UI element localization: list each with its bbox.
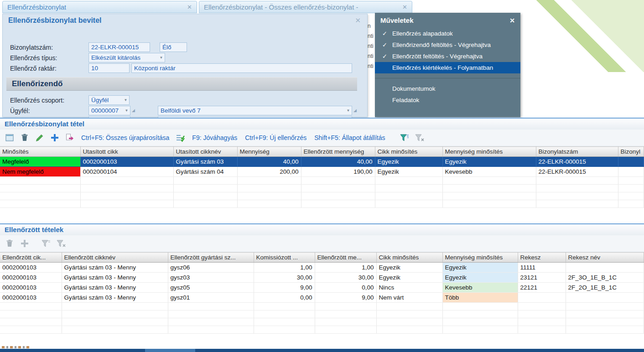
new-check-button[interactable]: Ctrl+F9: Új ellenőrzés (243, 134, 309, 141)
cell[interactable]: 2F_3O_1E_B_1C (566, 273, 644, 283)
ops-item-dokumentumok[interactable]: Dokumentumok (375, 83, 520, 94)
table-row[interactable]: 0002000103 Gyártási szám 03 - Menny gysz… (0, 263, 644, 273)
approve-list-button[interactable] (175, 132, 187, 144)
cell[interactable]: Egyezik (442, 273, 518, 283)
cell[interactable]: 40,00 (301, 157, 375, 167)
close-icon[interactable]: ✕ (509, 17, 515, 24)
cell[interactable]: 22-ELKR-000015 (536, 157, 618, 167)
cell[interactable]: Kevesebb (442, 167, 536, 177)
filter-button[interactable] (399, 132, 410, 144)
table-row[interactable]: 0002000103 Gyártási szám 03 - Menny gysz… (0, 283, 644, 293)
cell[interactable]: Nincs (376, 283, 442, 293)
cell[interactable]: gysz01 (168, 293, 254, 303)
state-change-button[interactable]: Shift+F5: Állapot átállítás (312, 134, 387, 141)
cell[interactable]: 9,00 (254, 283, 315, 293)
close-icon[interactable]: ✕ (355, 16, 361, 25)
raktar-name-field[interactable]: Központi raktár (131, 63, 352, 73)
ellenorzes-tipus-select[interactable]: Elkészült kitárolás ▼ (88, 53, 165, 62)
cell[interactable]: gysz06 (168, 263, 254, 273)
cell[interactable]: 1,00 (315, 263, 376, 273)
table-row[interactable]: 0002000103 Gyártási szám 03 - Menny gysz… (0, 273, 644, 283)
cell[interactable]: 190,00 (301, 167, 375, 177)
ugyfel-name-select[interactable]: Belföldi vevő 7 ▼ (158, 106, 352, 115)
repair-all-button[interactable]: Ctrl+F5: Összes újrapárosítása (79, 134, 171, 141)
close-icon[interactable]: ✕ (183, 4, 192, 10)
cell[interactable]: 0002000103 (0, 273, 62, 283)
cell[interactable]: Egyezik (442, 263, 518, 273)
cell[interactable]: 22-ELKR-000015 (536, 167, 618, 177)
add-button[interactable] (19, 238, 31, 249)
cell[interactable]: Gyártási szám 03 - Menny (62, 263, 168, 273)
cell[interactable]: Gyártási szám 03 - Menny (62, 273, 168, 283)
col-komissiozott[interactable]: Komissiózott ... (254, 253, 315, 263)
cell[interactable]: Nem megfelelő (0, 167, 80, 177)
col-mennyiseg-minosites[interactable]: Mennyiség minősítés (442, 253, 518, 263)
delete-button[interactable] (19, 132, 31, 144)
table-row[interactable]: 0002000103 Gyártási szám 03 - Menny gysz… (0, 293, 644, 303)
clear-filter-button[interactable] (55, 238, 67, 249)
cell[interactable]: 0,00 (315, 283, 376, 293)
cell[interactable]: Nem várt (376, 293, 442, 303)
ops-item-ellenorzes-kiertekeles[interactable]: Ellenőrzés kiértékelés - Folyamatban (375, 62, 520, 73)
cell[interactable]: Kevesebb (442, 283, 518, 293)
cell[interactable]: 0002000103 (0, 283, 62, 293)
cell[interactable] (566, 263, 644, 273)
cell[interactable]: 9,00 (315, 293, 376, 303)
col-bizonylat-extra[interactable]: Bizonyl (618, 147, 644, 157)
cell[interactable]: 0002000104 (80, 167, 173, 177)
filter-button[interactable] (40, 238, 52, 249)
col-ellenorzott-cikknev[interactable]: Ellenőrzött cikknév (62, 253, 168, 263)
cell[interactable]: 30,00 (315, 273, 376, 283)
cell[interactable]: Gyártási szám 04 (173, 167, 237, 177)
cell[interactable]: Gyártási szám 03 - Menny (62, 293, 168, 303)
add-button[interactable] (49, 132, 61, 144)
cell[interactable] (518, 293, 566, 303)
col-mennyiseg-minosites[interactable]: Mennyiség minősítés (442, 147, 536, 157)
bizonylatszam-field[interactable]: 22-ELKR-000015 (88, 42, 150, 52)
raktar-code-field[interactable]: 10 (88, 63, 130, 73)
scrollbar-thumb[interactable] (145, 349, 195, 352)
cell[interactable]: Egyezik (376, 273, 442, 283)
combo-grip[interactable]: ◢ (353, 108, 357, 113)
ugyfel-code-select[interactable]: 00000007 ▼ (88, 106, 130, 115)
clear-filter-button[interactable] (414, 132, 426, 144)
col-utasitott-cikknev[interactable]: Utasított cikknév (173, 147, 237, 157)
cell[interactable] (618, 157, 644, 167)
cell[interactable]: 0,00 (254, 293, 315, 303)
cell[interactable]: 0002000103 (0, 263, 62, 273)
table-row[interactable]: Nem megfelelő 0002000104 Gyártási szám 0… (0, 167, 644, 177)
cell[interactable]: Egyezik (376, 263, 442, 273)
col-minosites[interactable]: Minősítés (0, 147, 80, 157)
horizontal-scrollbar[interactable] (0, 349, 644, 352)
table-row[interactable]: Megfelelő 0002000103 Gyártási szám 03 40… (0, 157, 644, 167)
cell[interactable]: Megfelelő (0, 157, 80, 167)
cell[interactable]: Több (442, 293, 518, 303)
cell[interactable]: 0002000103 (0, 293, 62, 303)
cell[interactable]: 30,00 (254, 273, 315, 283)
ops-item-ellenorzes-alapadatok[interactable]: ✓ Ellenőrzés alapadatok (375, 28, 520, 39)
cell[interactable]: 200,00 (237, 167, 301, 177)
cell[interactable]: 0002000103 (80, 157, 173, 167)
col-bizonylatszam[interactable]: Bizonylatszám (536, 147, 618, 157)
col-rekesz-nev[interactable]: Rekesz név (566, 253, 644, 263)
cell[interactable]: Gyártási szám 03 (173, 157, 237, 167)
cell[interactable]: 40,00 (237, 157, 301, 167)
col-ellenorzott-gyartasi-szam[interactable]: Ellenőrzött gyártási sz... (168, 253, 254, 263)
cell[interactable] (618, 167, 644, 177)
tab-ellenorzesbizonylat[interactable]: Ellenőrzésbizonylat ✕ (2, 1, 197, 13)
cell[interactable]: Egyezik (375, 157, 442, 167)
ops-item-feladatok[interactable]: Feladatok (375, 94, 520, 106)
cell[interactable]: gysz03 (168, 273, 254, 283)
cell[interactable]: Egyezik (442, 157, 536, 167)
col-cikk-minosites[interactable]: Cikk minősítés (375, 147, 442, 157)
col-cikk-minosites[interactable]: Cikk minősítés (376, 253, 442, 263)
col-utasitott-cikk[interactable]: Utasított cikk (80, 147, 173, 157)
ops-item-ellenorzott-feltoltes[interactable]: ✓ Ellenőrzött feltöltés - Végrehajtva (375, 51, 520, 62)
cell[interactable]: Egyezik (375, 167, 442, 177)
ops-item-ellenorizendo-feltoltes[interactable]: ✓ Ellenőrizendő feltöltés - Végrehajtva (375, 39, 520, 51)
delete-button[interactable] (4, 238, 16, 249)
cell[interactable]: 22121 (518, 283, 566, 293)
cell[interactable]: gysz05 (168, 283, 254, 293)
approve-button[interactable]: F9: Jóváhagyás (190, 134, 239, 141)
tab-osszes-ellenorzes-bizonylat[interactable]: Ellenőrzésbizonylat - Összes ellenőrzés-… (199, 1, 412, 13)
